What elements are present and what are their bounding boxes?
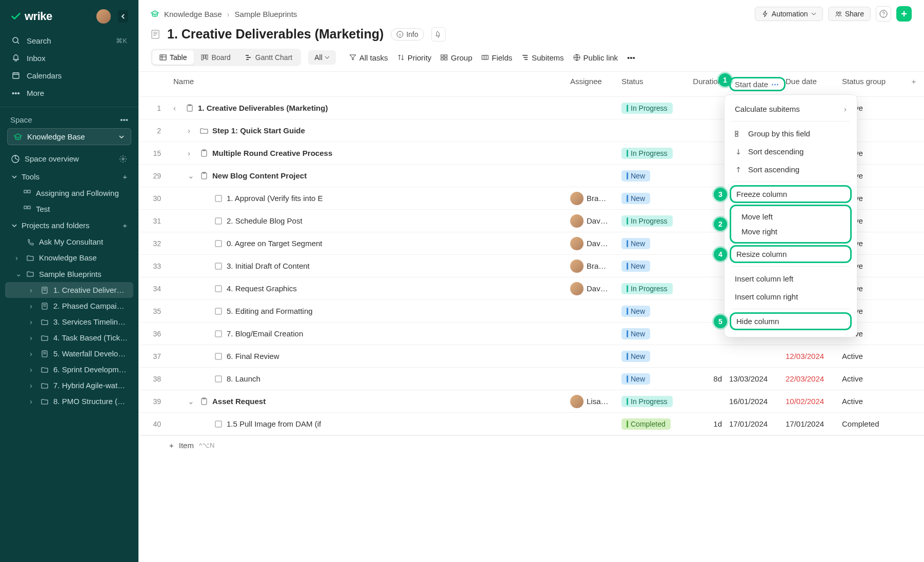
menu-insert-right[interactable]: Insert column right bbox=[725, 288, 857, 306]
group-button[interactable]: Group bbox=[440, 53, 472, 62]
status-pill[interactable]: In Progress bbox=[621, 396, 673, 407]
project-child-item[interactable]: ›5. Waterfall Developm… bbox=[5, 346, 133, 362]
more-toolbar[interactable]: ••• bbox=[627, 53, 635, 62]
menu-group-by-field[interactable]: Group by this field bbox=[725, 125, 857, 143]
space-overview[interactable]: Space overview bbox=[0, 150, 138, 167]
assignee-cell[interactable]: Dav… bbox=[570, 237, 621, 250]
sidebar-collapse-button[interactable] bbox=[118, 10, 128, 23]
expand-toggle[interactable]: ⌄ bbox=[188, 171, 196, 180]
logo[interactable]: wrike bbox=[10, 10, 52, 23]
table-row[interactable]: 376. Final ReviewNew12/03/2024Active bbox=[138, 345, 924, 368]
tool-item[interactable]: Assigning and Following bbox=[5, 185, 133, 201]
assignee-cell[interactable]: Dav… bbox=[570, 282, 621, 295]
expand-toggle[interactable]: › bbox=[188, 126, 196, 135]
view-table[interactable]: Table bbox=[152, 50, 194, 65]
nav-calendars[interactable]: Calendars bbox=[5, 67, 133, 84]
column-due-date[interactable]: Due date bbox=[786, 77, 842, 91]
project-item[interactable]: ⌄Sample Blueprints bbox=[5, 266, 133, 282]
task-icon bbox=[214, 285, 223, 293]
expand-toggle[interactable]: › bbox=[188, 149, 196, 157]
menu-freeze-column[interactable]: 3 Freeze column bbox=[730, 185, 852, 203]
menu-insert-left[interactable]: Insert column left bbox=[725, 270, 857, 288]
create-button[interactable]: + bbox=[896, 6, 912, 22]
status-pill[interactable]: New bbox=[621, 328, 650, 339]
view-board[interactable]: Board bbox=[194, 50, 237, 65]
status-pill[interactable]: In Progress bbox=[621, 283, 673, 294]
status-pill[interactable]: New bbox=[621, 373, 650, 385]
column-name[interactable]: Name bbox=[169, 77, 570, 91]
project-child-item[interactable]: ›7. Hybrid Agile-waterf… bbox=[5, 377, 133, 393]
expand-toggle[interactable]: ⌄ bbox=[188, 397, 196, 406]
project-child-item[interactable]: ›8. PMO Structure (Por… bbox=[5, 393, 133, 409]
status-pill[interactable]: New bbox=[621, 306, 650, 317]
nav-more[interactable]: ••• More bbox=[5, 84, 133, 102]
project-child-item[interactable]: ›1. Creative Deliverabl… bbox=[5, 282, 133, 298]
breadcrumb-1[interactable]: Sample Blueprints bbox=[235, 10, 297, 18]
project-child-item[interactable]: ›2. Phased Campaign … bbox=[5, 298, 133, 314]
space-selector[interactable]: Knowledge Base bbox=[7, 128, 131, 145]
menu-move-right[interactable]: Move right bbox=[736, 224, 845, 239]
share-button[interactable]: Share bbox=[828, 7, 871, 21]
breadcrumb-0[interactable]: Knowledge Base bbox=[164, 10, 222, 18]
menu-resize-column[interactable]: 4 Resize column bbox=[730, 245, 852, 263]
project-item[interactable]: ›Knowledge Base bbox=[5, 250, 133, 266]
status-pill[interactable]: New bbox=[621, 170, 650, 182]
project-child-item[interactable]: ›4. Task Based (Ticket… bbox=[5, 330, 133, 346]
space-more-icon[interactable]: ••• bbox=[120, 115, 128, 124]
tools-header[interactable]: Tools + bbox=[5, 168, 133, 185]
table-row[interactable]: 401.5 Pull Image from DAM (ifCompleted1d… bbox=[138, 413, 924, 435]
expand-toggle[interactable]: ‹ bbox=[173, 104, 182, 112]
plus-icon: + bbox=[169, 441, 174, 450]
subitems-button[interactable]: Subitems bbox=[521, 53, 564, 62]
status-pill[interactable]: New bbox=[621, 260, 650, 272]
info-badge[interactable]: Info bbox=[391, 28, 424, 41]
column-status-group[interactable]: Status group bbox=[842, 77, 903, 91]
row-name: 4. Request Graphics bbox=[227, 284, 297, 293]
assignee-cell[interactable]: Dav… bbox=[570, 214, 621, 228]
menu-move-left[interactable]: Move left bbox=[736, 209, 845, 224]
gear-icon[interactable] bbox=[119, 155, 127, 163]
column-status[interactable]: Status bbox=[621, 77, 683, 91]
column-menu-icon[interactable]: ⋯ bbox=[771, 79, 779, 89]
project-child-item[interactable]: ›6. Sprint Developmen… bbox=[5, 362, 133, 377]
menu-sort-descending[interactable]: Sort descending bbox=[725, 143, 857, 160]
help-button[interactable] bbox=[876, 6, 891, 22]
add-tool-button[interactable]: + bbox=[123, 172, 127, 181]
assignee-cell[interactable]: Bra… bbox=[570, 192, 621, 205]
status-pill[interactable]: New bbox=[621, 238, 650, 249]
pin-button[interactable] bbox=[431, 27, 446, 42]
public-link-button[interactable]: Public link bbox=[573, 53, 618, 62]
table-row[interactable]: 39⌄Asset RequestLisa…In Progress16/01/20… bbox=[138, 390, 924, 413]
nav-inbox[interactable]: Inbox bbox=[5, 49, 133, 67]
add-item-row[interactable]: + Item ^⌥N bbox=[138, 435, 924, 455]
projects-header[interactable]: Projects and folders + bbox=[5, 217, 133, 234]
menu-calculate-subitems[interactable]: Calculate subitems › bbox=[725, 100, 857, 118]
assignee-cell[interactable]: Lisa… bbox=[570, 395, 621, 408]
status-pill[interactable]: New bbox=[621, 193, 650, 204]
status-pill[interactable]: In Progress bbox=[621, 215, 673, 227]
nav-search[interactable]: Search ⌘K bbox=[5, 32, 133, 49]
status-group-cell: Active bbox=[842, 397, 903, 406]
automation-button[interactable]: Automation bbox=[755, 7, 823, 21]
assignee-cell[interactable]: Bra… bbox=[570, 259, 621, 273]
column-assignee[interactable]: Assignee bbox=[570, 77, 621, 91]
fields-button[interactable]: Fields bbox=[481, 53, 512, 62]
status-pill[interactable]: In Progress bbox=[621, 148, 673, 159]
table-row[interactable]: 388. LaunchNew8d13/03/202422/03/2024Acti… bbox=[138, 368, 924, 390]
user-avatar[interactable] bbox=[96, 9, 111, 24]
status-pill[interactable]: New bbox=[621, 351, 650, 362]
filter-all-tasks[interactable]: All tasks bbox=[349, 53, 388, 62]
status-pill[interactable]: In Progress bbox=[621, 103, 673, 114]
menu-sort-ascending[interactable]: Sort ascending bbox=[725, 160, 857, 178]
add-column-button[interactable]: + bbox=[903, 77, 924, 91]
all-dropdown[interactable]: All bbox=[308, 50, 336, 65]
project-item[interactable]: Ask My Consultant bbox=[5, 234, 133, 250]
status-pill[interactable]: Completed bbox=[621, 418, 671, 430]
project-child-item[interactable]: ›3. Services Timeline (… bbox=[5, 314, 133, 330]
sort-priority[interactable]: Priority bbox=[397, 53, 432, 62]
menu-hide-column[interactable]: 5 Hide column bbox=[730, 312, 852, 330]
view-gantt[interactable]: Gantt Chart bbox=[238, 50, 299, 65]
column-start-date[interactable]: 1 Start date ⋯ bbox=[729, 77, 786, 91]
add-project-button[interactable]: + bbox=[123, 221, 127, 230]
tool-item[interactable]: Test bbox=[5, 201, 133, 217]
